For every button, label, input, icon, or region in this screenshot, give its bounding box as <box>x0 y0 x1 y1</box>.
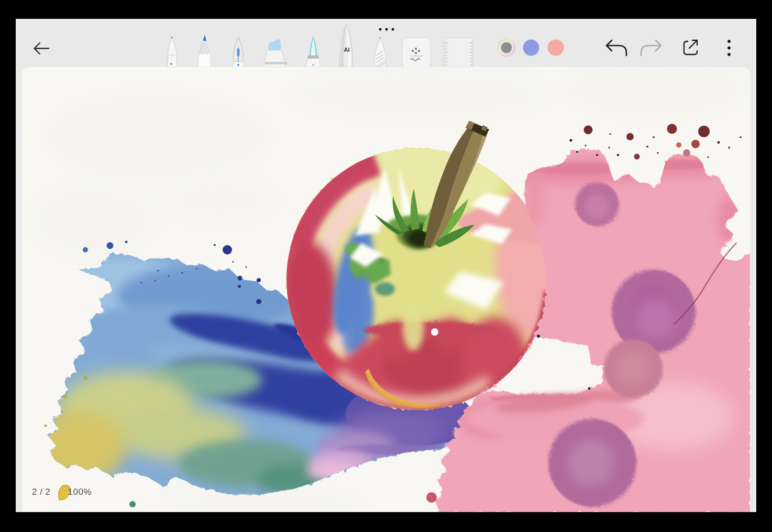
svg-text:AI: AI <box>344 47 350 53</box>
